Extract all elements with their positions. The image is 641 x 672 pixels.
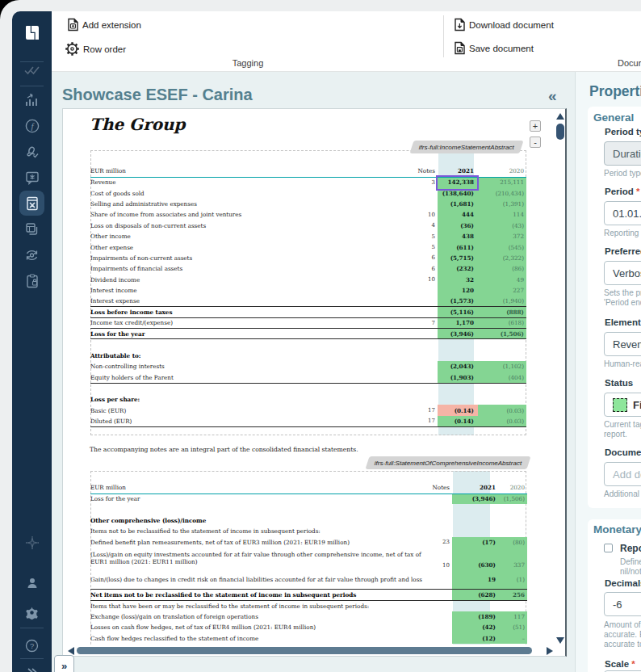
table-row[interactable]: Items that have been or may be reclassif… xyxy=(90,600,527,611)
table-cell[interactable]: 23 xyxy=(397,537,452,548)
table-cell[interactable] xyxy=(397,622,452,632)
table-cell[interactable]: (2,322) xyxy=(478,253,526,263)
table-cell[interactable]: 17 xyxy=(370,416,438,426)
table-cell[interactable]: Net items not to be reclassified to the … xyxy=(90,590,397,600)
table-row[interactable]: Loss on disposals of non-current assets4… xyxy=(90,220,526,231)
user-icon[interactable] xyxy=(12,573,52,593)
table-row[interactable]: Equity holders of the Parent(1,903)(404) xyxy=(90,372,526,383)
table-cell[interactable] xyxy=(370,187,438,198)
settings-icon[interactable] xyxy=(12,603,52,622)
table-cell[interactable]: (5,715) xyxy=(438,253,478,263)
table-cell[interactable]: Interest expense xyxy=(90,296,370,306)
table-cell[interactable]: (17) xyxy=(452,537,500,548)
period-type-input[interactable]: Duration xyxy=(604,141,641,166)
table-cell[interactable]: (232) xyxy=(438,263,478,274)
table-cell[interactable]: Losses on cash flow hedges, net of tax o… xyxy=(90,622,397,632)
table-cell[interactable] xyxy=(370,361,438,372)
table-cell[interactable]: 7 xyxy=(370,317,438,328)
table-cell[interactable] xyxy=(370,394,438,405)
download-document-button[interactable]: Download document xyxy=(454,18,554,32)
table-cell[interactable]: Equity holders of the Parent xyxy=(90,372,370,383)
table-cell[interactable]: (0.03) xyxy=(478,416,526,426)
table-cell[interactable]: Other comprehensive (loss)/income xyxy=(90,515,397,526)
table-cell[interactable]: (5,116) xyxy=(438,307,478,317)
expand-panel-button[interactable]: » xyxy=(54,655,74,672)
table-cell[interactable] xyxy=(370,372,438,383)
table-row[interactable]: Items not to be reclassified to the stat… xyxy=(90,526,527,536)
copy-tables-icon[interactable] xyxy=(12,220,52,239)
table-row[interactable]: Defined benefit plan remeasurements, net… xyxy=(90,537,527,548)
table-row[interactable]: Dividend income103249 xyxy=(90,275,526,285)
table-row[interactable]: Losses on cash flow hedges, net of tax o… xyxy=(90,622,527,632)
table-row[interactable] xyxy=(90,339,526,351)
table-cell[interactable]: Other expense xyxy=(90,242,370,252)
table-cell[interactable]: (189) xyxy=(452,611,500,622)
table-cell[interactable]: 215,111 xyxy=(478,177,526,187)
table-cell[interactable]: (888) xyxy=(478,307,526,317)
tag-chip-income-statement[interactable]: ifrs-full:IncomeStatementAbstract xyxy=(410,141,524,153)
table-cell[interactable]: 372 xyxy=(478,231,526,242)
table-cell[interactable]: Impairments of non-current assets xyxy=(90,253,370,263)
table-cell[interactable]: Selling and administrative expenses xyxy=(90,199,370,209)
table-cell[interactable] xyxy=(397,611,452,622)
table-cell[interactable] xyxy=(397,632,452,643)
documentation-input[interactable]: Add documentation xyxy=(604,462,641,486)
table-row[interactable]: Diluted (EUR)17(0.14)(0.03) xyxy=(90,416,526,426)
table-cell[interactable]: (3,946) xyxy=(452,494,500,504)
table-cell[interactable] xyxy=(478,394,526,405)
table-cell[interactable]: Loss for the year xyxy=(90,328,370,338)
table-row[interactable] xyxy=(90,504,527,514)
table-cell[interactable]: (0.14) xyxy=(438,405,478,415)
table-row[interactable]: (Loss)/gain on equity investments accoun… xyxy=(90,548,527,569)
table-cell[interactable]: (611) xyxy=(438,242,478,252)
table-cell[interactable]: (404) xyxy=(478,372,526,383)
table-row[interactable]: Selling and administrative expenses(1,68… xyxy=(90,199,526,209)
table-cell[interactable] xyxy=(452,515,500,526)
table-cell[interactable]: (1,681) xyxy=(438,199,478,209)
table-cell[interactable]: 4 xyxy=(370,220,438,231)
sparkles-icon[interactable] xyxy=(12,533,52,552)
table-cell[interactable]: Impairments of financial assets xyxy=(90,263,370,274)
table-cell[interactable]: (1,506) xyxy=(478,328,526,338)
table-cell[interactable]: (1,903) xyxy=(438,372,478,383)
preferred-label-select[interactable]: Verbose label xyxy=(604,261,641,285)
table-cell[interactable] xyxy=(370,296,438,306)
table-row[interactable]: Income tax credit/(expense)71,170(618) xyxy=(90,317,526,328)
table-cell[interactable]: 5 xyxy=(370,231,438,242)
table-cell[interactable]: 444 xyxy=(438,209,478,220)
table-cell[interactable]: (Loss)/gain on equity investments accoun… xyxy=(90,548,397,569)
scroll-down-icon[interactable] xyxy=(556,637,564,644)
period-input[interactable]: 01.01.2021 - 31.12.2021 xyxy=(604,201,641,225)
table-cell[interactable] xyxy=(397,494,452,504)
table-cell[interactable]: (80) xyxy=(500,537,527,548)
table-row[interactable]: Basic (EUR)17(0.14)(0.03) xyxy=(90,405,526,415)
table-cell[interactable] xyxy=(500,515,527,526)
formula-icon[interactable]: f xyxy=(12,116,52,136)
table-cell[interactable]: 6 xyxy=(370,263,438,274)
table-cell[interactable]: (1,940) xyxy=(478,296,526,306)
signature-check-icon[interactable] xyxy=(12,142,52,162)
table-cell[interactable] xyxy=(478,351,526,361)
table-cell[interactable]: 49 xyxy=(478,275,526,285)
table-cell[interactable]: Other income xyxy=(90,231,370,242)
audit-clipboard-icon[interactable] xyxy=(12,271,52,291)
table-cell[interactable]: 337 xyxy=(500,548,527,569)
table-row[interactable]: Other comprehensive (loss)/income xyxy=(90,515,527,526)
table-cell[interactable]: 438 xyxy=(438,231,478,242)
review-cycle-icon[interactable] xyxy=(12,246,52,265)
row-order-button[interactable]: Row order xyxy=(65,41,126,57)
table-cell[interactable]: 17 xyxy=(370,405,438,415)
element-label-input[interactable]: Revenue xyxy=(604,332,641,356)
table-row[interactable]: Net items not to be reclassified to the … xyxy=(90,590,527,600)
table-cell[interactable]: (51) xyxy=(500,622,527,632)
table-cell[interactable] xyxy=(397,515,452,526)
table-cell[interactable]: Loss on disposals of non-current assets xyxy=(90,220,370,231)
scroll-up-icon[interactable] xyxy=(556,113,564,120)
table-row[interactable]: Non-controlling interests(2,043)(1,102) xyxy=(90,361,526,372)
table-row[interactable]: Other income5438372 xyxy=(90,231,526,242)
zoom-in-button[interactable]: + xyxy=(530,120,541,132)
table-cell[interactable] xyxy=(397,590,452,600)
table-row[interactable]: Gain/(loss) due to changes in credit ris… xyxy=(90,569,527,590)
status-field[interactable]: Final xyxy=(604,393,641,417)
table-cell[interactable]: (628) xyxy=(452,590,500,600)
